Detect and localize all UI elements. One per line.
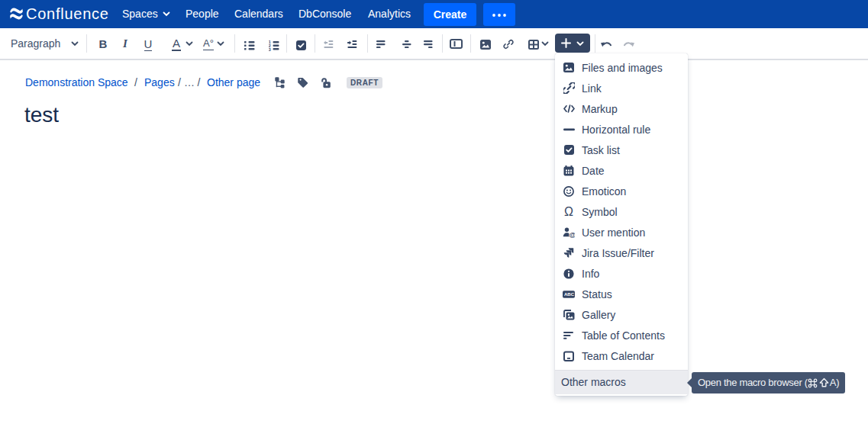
svg-text:@: @ [570, 231, 575, 238]
svg-text:3: 3 [269, 47, 271, 50]
svg-text:ABC: ABC [564, 292, 575, 297]
